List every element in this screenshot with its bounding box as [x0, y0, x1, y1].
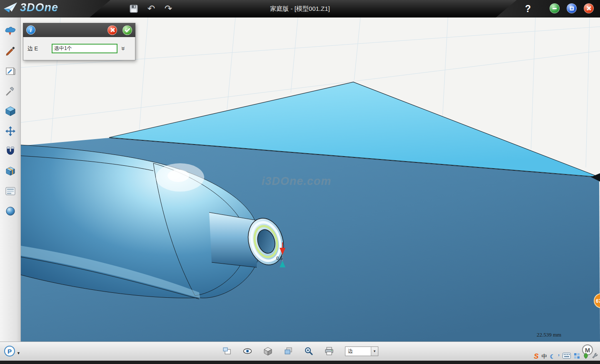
sogou-ime-icon[interactable]: S [534, 352, 538, 361]
render-tool-button[interactable] [3, 204, 18, 218]
ime-keyboard-button[interactable] [562, 353, 571, 360]
layers-button[interactable] [281, 344, 295, 358]
statusbar: P ▼ [0, 342, 600, 361]
leaf-icon [583, 353, 589, 359]
undo-button[interactable]: ↶ [145, 3, 158, 15]
tray-status-button[interactable] [583, 353, 589, 361]
wrench-icon [592, 352, 598, 359]
measure-icon [5, 187, 16, 196]
magnet-icon [5, 146, 16, 157]
confirm-button[interactable] [122, 25, 132, 35]
material-tool-button[interactable] [3, 24, 18, 38]
redo-button[interactable]: ↷ [162, 3, 175, 15]
bottom-strip [0, 361, 600, 364]
app-logo: 3DOne [3, 1, 58, 14]
dimension-value: 0.5 [276, 256, 282, 261]
printer-icon [325, 347, 334, 356]
view-toolbar [220, 344, 336, 358]
ime-moon-icon[interactable]: ☾ [550, 353, 555, 360]
edge-field-label: 边 E [28, 45, 52, 52]
magnet-tool-button[interactable] [3, 144, 18, 158]
expand-options-icon[interactable]: » [120, 47, 127, 50]
system-tray: S 中 ☾ ’ [534, 352, 598, 361]
render-sphere-icon [5, 206, 16, 217]
magnifier-icon [304, 347, 313, 356]
cancel-button[interactable] [108, 25, 117, 35]
watermark: i3DOne.com [262, 175, 332, 187]
scale-readout: 22.539 mm [537, 332, 561, 338]
eye-icon [243, 347, 252, 356]
selection-dialog-header[interactable]: i [23, 23, 135, 37]
help-button[interactable]: ? [522, 2, 534, 15]
edge-selection-input[interactable] [52, 44, 118, 53]
close-button[interactable] [584, 3, 594, 13]
paint-tool-button[interactable] [3, 44, 18, 58]
visibility-button[interactable] [240, 344, 255, 358]
confirm-check-icon [125, 27, 130, 32]
maximize-icon [570, 7, 574, 10]
plane-icon [222, 347, 232, 356]
ime-toolbox-button[interactable] [574, 353, 580, 361]
selection-filter-dropdown[interactable]: 边 ▼ [345, 347, 378, 356]
selection-dialog: i 边 E » [23, 23, 135, 60]
document-title: 家庭版 - [模型001.Z1] [175, 0, 425, 17]
move-tool-button[interactable] [3, 124, 18, 138]
sketch-icon [5, 66, 16, 77]
layers-icon [284, 347, 293, 356]
save-icon [129, 4, 138, 13]
measure-tool-button[interactable] [3, 184, 18, 198]
primitive-cube-icon [5, 106, 16, 117]
display-cube-icon [263, 347, 272, 356]
minimize-icon [552, 8, 557, 9]
redo-icon: ↷ [165, 3, 172, 14]
primitive-tool-button[interactable] [3, 104, 18, 118]
selection-dialog-body: 边 E » [23, 37, 135, 60]
zoom-button[interactable] [302, 344, 316, 358]
app-name: 3DOne [20, 1, 58, 14]
left-toolbar [0, 17, 21, 342]
assembly-icon [5, 166, 16, 177]
viewport-3d[interactable]: 0.5 i3DOne.com 22.539 mm 67 [21, 17, 600, 342]
keyboard-icon [562, 353, 571, 359]
cancel-x-icon [110, 27, 115, 32]
info-icon: i [26, 25, 35, 35]
minimize-button[interactable] [550, 3, 560, 13]
paper-plane-icon [3, 2, 18, 14]
edit-icon [5, 86, 16, 97]
material-icon [5, 26, 16, 37]
tray-settings-button[interactable] [592, 352, 598, 361]
brush-icon [5, 46, 16, 57]
model-specular-core [168, 170, 189, 182]
selection-filter-value: 边 [345, 348, 371, 355]
titlebar: 3DOne ↶ ↷ 家庭版 - [模型001.Z1] ? [0, 0, 600, 17]
profile-caret-icon[interactable]: ▼ [17, 351, 20, 355]
display-mode-button[interactable] [261, 344, 275, 358]
undo-icon: ↶ [148, 3, 155, 14]
toolbox-grid-icon [574, 353, 580, 359]
viewport-canvas[interactable]: 0.5 i3DOne.com 22.539 mm 67 [21, 17, 600, 342]
profile-badge-button[interactable]: P [4, 346, 15, 357]
move-icon [5, 126, 16, 137]
sketch-tool-button[interactable] [3, 64, 18, 78]
svg-text:67: 67 [596, 298, 600, 304]
print-button[interactable] [322, 344, 336, 358]
dropdown-caret-icon[interactable]: ▼ [371, 347, 378, 356]
ime-punctuation-icon[interactable]: ’ [558, 353, 560, 360]
save-button[interactable] [128, 3, 140, 15]
close-icon [586, 6, 591, 11]
ime-language-indicator[interactable]: 中 [542, 353, 547, 360]
edit-tool-button[interactable] [3, 84, 18, 98]
assembly-tool-button[interactable] [3, 164, 18, 178]
sketch-plane-button[interactable] [220, 344, 234, 358]
maximize-button[interactable] [567, 3, 577, 13]
